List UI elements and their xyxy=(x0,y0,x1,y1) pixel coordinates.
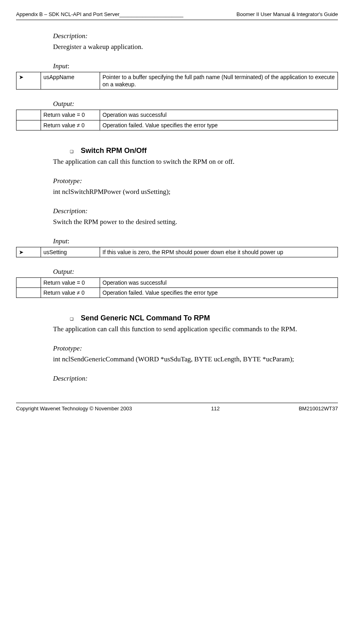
prototype-label-3: Prototype: xyxy=(53,344,338,353)
input-label-1: Input: xyxy=(53,62,338,70)
description-label-1: Description: xyxy=(53,32,338,40)
intro-text-2: The application can call this function t… xyxy=(53,157,338,167)
page-content: Description: Deregister a wakeup applica… xyxy=(53,32,338,383)
arrow-icon xyxy=(16,287,41,298)
arrow-icon xyxy=(16,277,41,287)
subsection-heading: Send Generic NCL Command To RPM xyxy=(81,314,210,322)
return-name: Return value = 0 xyxy=(41,110,100,120)
return-name: Return value = 0 xyxy=(41,277,100,287)
header-rule xyxy=(16,20,338,20)
arrow-icon: ➤ xyxy=(16,72,41,89)
footer-left: Copyright Wavenet Technology © November … xyxy=(16,406,132,412)
description-text-2: Switch the RPM power to the desired sett… xyxy=(53,218,338,227)
prototype-text-2: int nclSwitchRPMPower (word usSetting); xyxy=(53,187,338,197)
page-header: Appendix B – SDK NCL-API and Port Server… xyxy=(16,11,338,17)
footer-rule xyxy=(16,403,338,403)
bullet-icon: ❑ xyxy=(70,317,74,321)
header-left: Appendix B – SDK NCL-API and Port Server… xyxy=(16,11,183,17)
subsection-heading-row: ❑ Switch RPM On/Off xyxy=(70,147,338,155)
table-row: Return value = 0 Operation was successfu… xyxy=(16,277,338,287)
input-label-2: Input: xyxy=(53,237,338,245)
input-table-2: ➤ usSetting If this value is zero, the R… xyxy=(16,247,338,257)
table-row: Return value ≠ 0 Operation failed. Value… xyxy=(16,120,338,130)
return-desc: Operation was successful xyxy=(100,277,338,287)
output-label-1: Output: xyxy=(53,100,338,108)
return-name: Return value ≠ 0 xyxy=(41,120,100,130)
arrow-icon xyxy=(16,120,41,130)
return-desc: Operation was successful xyxy=(100,110,338,120)
footer-right: BM210012WT37 xyxy=(299,406,338,412)
table-row: Return value = 0 Operation was successfu… xyxy=(16,110,338,120)
subsection-heading-row: ❑ Send Generic NCL Command To RPM xyxy=(70,314,338,322)
subsection-heading: Switch RPM On/Off xyxy=(81,147,147,155)
bullet-icon: ❑ xyxy=(70,149,74,154)
param-name: usAppName xyxy=(41,72,100,89)
intro-text-3: The application can call this function t… xyxy=(53,325,338,334)
description-label-2: Description: xyxy=(53,207,338,215)
prototype-text-3: int nclSendGenericCommand (WORD *usSduTa… xyxy=(53,355,338,364)
param-name: usSetting xyxy=(41,247,100,257)
input-table-1: ➤ usAppName Pointer to a buffer specifyi… xyxy=(16,72,338,90)
output-label-2: Output: xyxy=(53,268,338,276)
param-desc: If this value is zero, the RPM should po… xyxy=(100,247,338,257)
prototype-label-2: Prototype: xyxy=(53,177,338,185)
output-table-1: Return value = 0 Operation was successfu… xyxy=(16,110,338,130)
output-table-2: Return value = 0 Operation was successfu… xyxy=(16,277,338,298)
description-label-3: Description: xyxy=(53,375,338,383)
return-desc: Operation failed. Value specifies the er… xyxy=(100,287,338,298)
page-footer: Copyright Wavenet Technology © November … xyxy=(16,406,338,412)
param-desc: Pointer to a buffer specifying the full … xyxy=(100,72,338,89)
return-desc: Operation failed. Value specifies the er… xyxy=(100,120,338,130)
return-name: Return value ≠ 0 xyxy=(41,287,100,298)
table-row: ➤ usAppName Pointer to a buffer specifyi… xyxy=(16,72,338,89)
table-row: ➤ usSetting If this value is zero, the R… xyxy=(16,247,338,257)
footer-center: 112 xyxy=(211,406,220,412)
arrow-icon: ➤ xyxy=(16,247,41,257)
arrow-icon xyxy=(16,110,41,120)
table-row: Return value ≠ 0 Operation failed. Value… xyxy=(16,287,338,298)
description-text-1: Deregister a wakeup application. xyxy=(53,43,338,52)
header-right: Boomer II User Manual & Integrator's Gui… xyxy=(237,11,338,17)
